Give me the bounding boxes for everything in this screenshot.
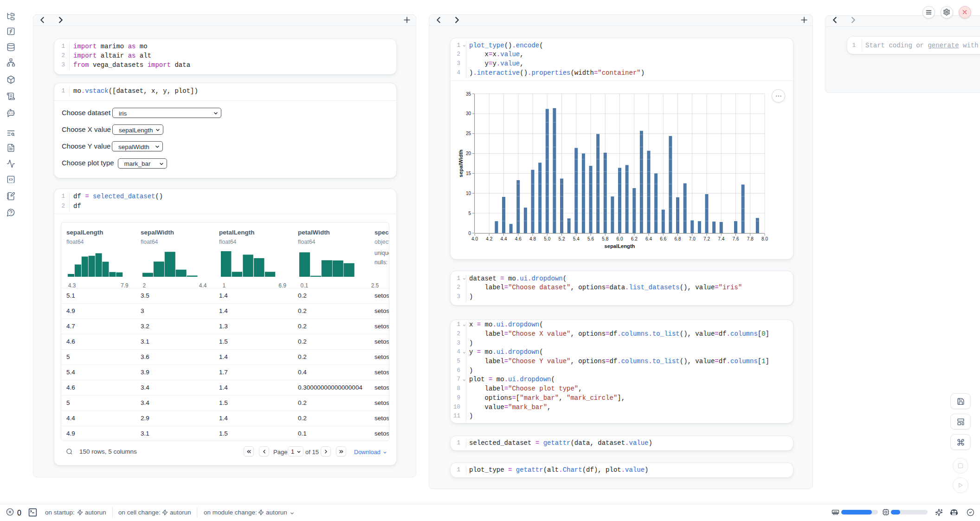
svg-text:25: 25: [466, 131, 471, 136]
svg-text:4.2: 4.2: [486, 236, 492, 241]
svg-text:35: 35: [466, 91, 471, 97]
svg-text:5.4: 5.4: [573, 236, 580, 241]
svg-text:5.2: 5.2: [559, 236, 565, 241]
svg-text:4.4: 4.4: [501, 236, 507, 241]
svg-text:6.0: 6.0: [617, 236, 623, 241]
svg-text:sepalLength: sepalLength: [605, 243, 635, 249]
svg-text:5.6: 5.6: [587, 236, 594, 241]
svg-text:5.8: 5.8: [602, 236, 608, 241]
svg-text:0: 0: [468, 231, 471, 236]
svg-text:6.4: 6.4: [645, 236, 652, 241]
svg-text:4.6: 4.6: [515, 236, 522, 241]
svg-text:4.0: 4.0: [471, 236, 478, 241]
svg-text:6.8: 6.8: [675, 236, 681, 241]
svg-text:10: 10: [466, 191, 471, 196]
svg-text:7.4: 7.4: [718, 236, 724, 241]
svg-text:20: 20: [466, 151, 471, 156]
svg-text:4.8: 4.8: [529, 236, 536, 241]
svg-text:30: 30: [466, 111, 471, 116]
svg-text:5.0: 5.0: [544, 236, 550, 241]
svg-text:5: 5: [468, 211, 471, 216]
svg-text:6.2: 6.2: [631, 236, 638, 241]
svg-text:8.0: 8.0: [761, 236, 768, 241]
svg-text:7.2: 7.2: [703, 236, 710, 241]
svg-text:7.8: 7.8: [747, 236, 754, 241]
svg-text:sepalWidth: sepalWidth: [458, 150, 464, 177]
svg-text:6.6: 6.6: [660, 236, 666, 241]
svg-text:7.6: 7.6: [733, 236, 739, 241]
svg-text:15: 15: [466, 171, 471, 176]
svg-text:7.0: 7.0: [689, 236, 696, 241]
